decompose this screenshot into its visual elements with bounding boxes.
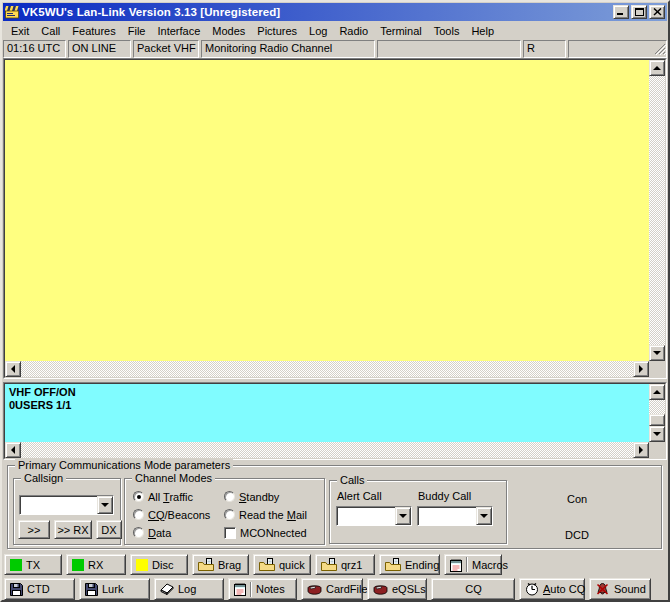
eqsls-button[interactable]: eQSLs [367,578,427,600]
menu-item-file[interactable]: File [122,23,152,39]
main-terminal-hscrollbar[interactable] [5,361,649,377]
disc-button[interactable]: Disc [130,554,188,575]
auto-cq-button[interactable]: Auto CQ [519,578,585,600]
tx-led-icon [10,559,22,571]
menu-item-log[interactable]: Log [303,23,333,39]
scroll-up-icon[interactable] [649,384,665,400]
radio-data[interactable]: Data [133,526,171,539]
radio-button-icon [133,509,144,520]
menu-item-radio[interactable]: Radio [333,23,374,39]
callsign-dropdown-icon[interactable] [97,496,113,514]
buddy-call-dropdown-icon[interactable] [476,507,492,525]
monitor-vscrollbar[interactable] [649,384,665,442]
macros-button[interactable]: Macros [444,554,502,575]
lurk-button[interactable]: Lurk [79,578,150,600]
alert-call-label: Alert Call [337,490,382,502]
checkbox-mconnected[interactable]: MCONnected [224,526,307,539]
brag-button[interactable]: Brag [192,554,249,575]
ending-button[interactable]: Ending [379,554,440,575]
ctd-label: CTD [27,583,50,595]
resize-grip-icon[interactable] [654,43,666,57]
scroll-right-icon[interactable] [633,442,649,458]
alert-call-dropdown-icon[interactable] [395,507,411,525]
cq-button[interactable]: CQ [431,578,515,600]
monitor-line: VHF OFF/ON [9,386,649,399]
cardfile-button[interactable]: CardFile [301,578,363,600]
menu-item-features[interactable]: Features [66,23,121,39]
forward-rx-button[interactable]: >> RX [54,520,92,539]
scroll-left-icon[interactable] [5,361,21,377]
buddy-call-input[interactable] [418,507,476,525]
tx-button[interactable]: TX [4,554,62,575]
vscroll-thumb[interactable] [649,414,665,426]
channel-modes-group: Channel Modes All Traffic CQ/Beacons Dat… [124,478,325,545]
monitor-terminal: VHF OFF/ON 0USERS 1/1 [3,382,667,460]
sound-button[interactable]: Sound [589,578,651,600]
menu-item-interface[interactable]: Interface [151,23,206,39]
buddy-call-combobox[interactable] [417,506,493,526]
menu-item-terminal[interactable]: Terminal [374,23,428,39]
menu-item-call[interactable]: Call [35,23,66,39]
hscroll-track[interactable] [21,361,633,377]
folder-file-icon [198,558,214,571]
forward-button[interactable]: >> [18,520,50,539]
alert-call-combobox[interactable] [336,506,412,526]
menu-item-modes[interactable]: Modes [206,23,251,39]
menu-item-tools[interactable]: Tools [428,23,466,39]
brag-label: Brag [218,559,241,571]
alert-call-input[interactable] [337,507,395,525]
rx-led-icon [72,559,84,571]
callsign-combobox[interactable] [19,495,114,515]
minimize-button[interactable] [613,5,629,19]
monitor-terminal-content[interactable]: VHF OFF/ON 0USERS 1/1 [5,384,649,442]
card-file-icon [373,584,388,595]
notes-button[interactable]: Notes [228,578,297,600]
scroll-left-icon[interactable] [5,442,21,458]
scroll-right-icon[interactable] [633,361,649,377]
rx-label: RX [88,559,103,571]
close-button[interactable] [649,5,665,19]
vscroll-track[interactable] [649,400,665,414]
menu-bar: Exit Call Features File Interface Modes … [2,21,668,40]
quick-button[interactable]: quick [253,554,311,575]
qrz1-button[interactable]: qrz1 [315,554,375,575]
menu-item-exit[interactable]: Exit [5,23,35,39]
title-bar[interactable]: VK5WU's Lan-Link Version 3.13 [Unregiste… [3,3,667,21]
radio-cq-beacons[interactable]: CQ/Beacons [133,508,210,521]
radio-read-the-mail[interactable]: Read the Mail [224,508,307,521]
menu-item-pictures[interactable]: Pictures [251,23,303,39]
ctd-button[interactable]: CTD [4,578,75,600]
callsign-buttons: >> >> RX DX [18,520,122,539]
radio-all-traffic[interactable]: All Traffic [133,490,193,503]
maximize-button[interactable] [631,5,647,19]
hscroll-track[interactable] [21,442,633,458]
maximize-icon [635,8,644,16]
toolbar-separator [250,582,252,597]
status-mode: Packet VHF [133,40,199,58]
notepad-icon [450,558,462,572]
disc-label: Disc [152,559,173,571]
main-terminal-vscrollbar[interactable] [649,60,665,361]
scroll-down-icon[interactable] [649,426,665,442]
log-button[interactable]: Log [154,578,224,600]
lurk-label: Lurk [102,583,123,595]
main-terminal-content[interactable] [5,60,649,361]
ending-label: Ending [405,559,439,571]
monitor-hscrollbar[interactable] [5,442,649,458]
callsign-group: Callsign >> >> RX DX [13,478,121,545]
checkbox-label: MCONnected [240,527,307,539]
radio-standby[interactable]: Standby [224,490,279,503]
menu-item-help[interactable]: Help [465,23,500,39]
vscroll-track[interactable] [649,76,665,345]
radio-label: CQ/Beacons [148,509,210,521]
scroll-up-icon[interactable] [649,60,665,76]
dx-button[interactable]: DX [96,520,122,539]
app-icon[interactable] [5,5,19,19]
rx-button[interactable]: RX [66,554,126,575]
qrz1-label: qrz1 [341,559,362,571]
radio-label: Standby [239,491,279,503]
callsign-input[interactable] [20,496,97,514]
folder-file-icon [385,558,401,571]
scroll-down-icon[interactable] [649,345,665,361]
checkbox-icon [224,527,236,539]
